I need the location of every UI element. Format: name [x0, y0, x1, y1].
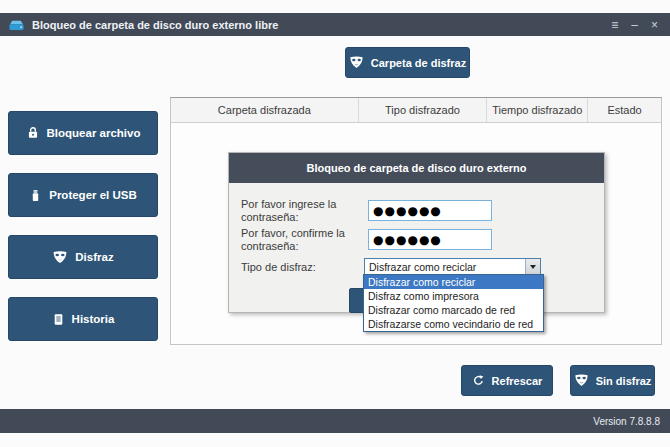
combobox-dropdown-button[interactable] [525, 259, 540, 275]
mask-icon [574, 374, 589, 387]
mask-icon [349, 56, 364, 69]
dropdown-option[interactable]: Disfrazar como reciclar [364, 275, 543, 289]
refresh-button[interactable]: Refrescar [461, 365, 553, 396]
close-icon[interactable]: × [651, 19, 658, 31]
sidebar-item-disguise[interactable]: Disfraz [8, 235, 158, 279]
refresh-icon [472, 374, 485, 387]
history-icon [52, 312, 65, 327]
sidebar-item-label: Disfraz [75, 251, 113, 263]
dropdown-option[interactable]: Disfrazarse como vecindario de red [364, 317, 543, 331]
column-header[interactable]: Tiempo disfrazado [487, 98, 588, 122]
app-window: Bloqueo de carpeta de disco duro externo… [0, 0, 670, 447]
title-bar: Bloqueo de carpeta de disco duro externo… [0, 13, 670, 36]
combobox-selected-value: Disfrazar como reciclar [365, 261, 525, 273]
version-text: Version 7.8.8.8 [593, 416, 660, 427]
dialog-title: Bloqueo de carpeta de disco duro externo [229, 153, 604, 183]
disguise-type-dropdown-list: Disfrazar como reciclar Disfraz como imp… [363, 274, 544, 332]
chevron-down-icon [530, 265, 536, 269]
column-header[interactable]: Carpeta disfrazada [171, 98, 359, 122]
usb-icon [29, 188, 42, 203]
undisguise-label: Sin disfraz [596, 375, 652, 387]
hard-drive-icon [8, 18, 25, 32]
password-label: Por favor ingrese la contraseña: [241, 198, 369, 224]
column-header[interactable]: Tipo disfrazado [359, 98, 488, 122]
window-title: Bloqueo de carpeta de disco duro externo… [32, 19, 278, 31]
disguise-folder-label: Carpeta de disfraz [371, 57, 466, 69]
lock-icon [26, 126, 40, 140]
window-controls: ≡ – × [611, 19, 662, 31]
status-bar: Version 7.8.8.8 [0, 409, 670, 433]
sidebar-item-label: Historia [72, 313, 115, 325]
dropdown-option[interactable]: Disfraz como impresora [364, 289, 543, 303]
sidebar-item-history[interactable]: Historia [8, 297, 158, 341]
refresh-label: Refrescar [492, 375, 543, 387]
minimize-icon[interactable]: – [631, 19, 638, 31]
menu-icon[interactable]: ≡ [611, 19, 618, 31]
column-header[interactable]: Estado [588, 98, 661, 122]
confirm-password-label: Por favor, confirme la contraseña: [241, 227, 369, 253]
table-header-row: Carpeta disfrazada Tipo disfrazado Tiemp… [171, 98, 661, 123]
sidebar-item-label: Proteger el USB [49, 189, 137, 201]
sidebar-item-label: Bloquear archivo [47, 127, 141, 139]
sidebar-item-lock-file[interactable]: Bloquear archivo [8, 111, 158, 155]
sidebar-item-protect-usb[interactable]: Proteger el USB [8, 173, 158, 217]
dropdown-option[interactable]: Disfrazar como marcado de red [364, 303, 543, 317]
password-input[interactable] [368, 200, 492, 221]
undisguise-button[interactable]: Sin disfraz [570, 365, 655, 396]
confirm-password-input[interactable] [368, 229, 492, 250]
disguise-type-label: Tipo de disfraz: [241, 261, 369, 274]
mask-icon [52, 251, 68, 264]
disguise-folder-button[interactable]: Carpeta de disfraz [345, 47, 470, 78]
